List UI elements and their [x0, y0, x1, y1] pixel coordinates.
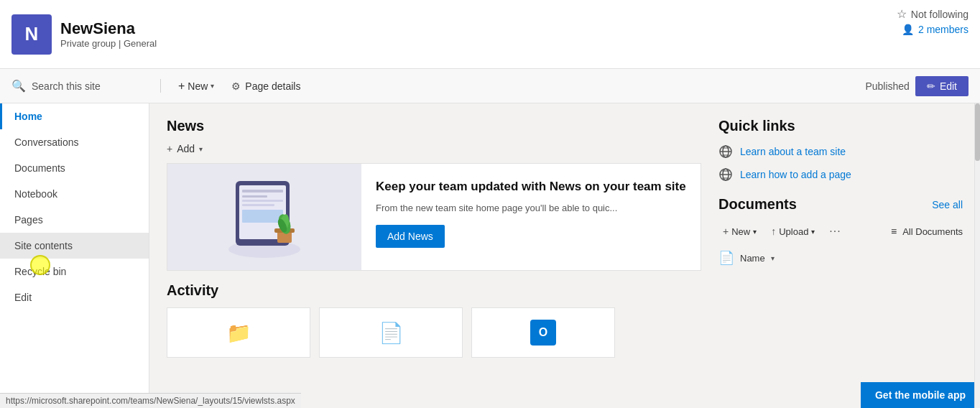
docs-header: Documents See all	[718, 196, 963, 213]
add-news-button[interactable]: Add News	[376, 225, 445, 248]
main-layout: Home Conversations Documents Notebook Pa…	[0, 103, 980, 408]
sidebar-home-label: Home	[14, 111, 42, 122]
documents-section: Documents See all + New ▾ ↑ Upload ▾	[718, 196, 963, 269]
docs-name-row: 📄 Name ▾	[718, 247, 963, 269]
docs-upload-button[interactable]: ↑ Upload ▾	[767, 223, 819, 239]
quick-link-label-2: Learn how to add a page	[740, 169, 851, 180]
activity-cards: 📁 📄 Ο	[167, 307, 701, 358]
new-button[interactable]: + New ▾	[172, 77, 220, 96]
svg-rect-3	[242, 190, 283, 193]
quick-link-item-1[interactable]: Learn about a team site	[718, 144, 963, 159]
top-right: ☆ Not following 👤 2 members	[897, 7, 969, 35]
docs-name-label: Name	[740, 253, 765, 264]
search-area[interactable]: 🔍 Search this site	[11, 79, 161, 93]
content-side: Quick links Learn about a team site	[718, 118, 963, 394]
new-label: New	[188, 80, 208, 92]
news-text: Keep your team updated with News on your…	[361, 164, 701, 270]
quick-links-section: Quick links Learn about a team site	[718, 118, 963, 182]
documents-title: Documents	[718, 196, 797, 213]
not-following-label: Not following	[911, 9, 969, 20]
not-following-button[interactable]: ☆ Not following	[897, 7, 969, 21]
file-icon: 📄	[718, 250, 734, 266]
docs-new-chevron: ▾	[753, 228, 757, 236]
all-docs-label: All Documents	[902, 226, 963, 237]
members-count-label: 2 members	[918, 24, 969, 35]
toolbar-right: Published ✏ Edit	[865, 76, 969, 96]
sidebar-pages-label: Pages	[14, 214, 43, 226]
sidebar-item-pages[interactable]: Pages	[0, 207, 149, 233]
docs-new-button[interactable]: + New ▾	[718, 223, 761, 239]
svg-rect-7	[242, 210, 283, 223]
outlook-icon: Ο	[530, 320, 556, 346]
sidebar: Home Conversations Documents Notebook Pa…	[0, 103, 149, 408]
scrollbar-thumb[interactable]	[975, 103, 980, 161]
svg-rect-4	[242, 195, 267, 198]
folder-icon: 📁	[226, 321, 251, 345]
news-image	[167, 164, 361, 270]
sidebar-item-recycle-bin[interactable]: Recycle bin	[0, 259, 149, 284]
sidebar-item-home[interactable]: Home	[0, 103, 149, 129]
members-link[interactable]: 👤 2 members	[902, 24, 969, 35]
news-section: News + Add ▾	[167, 118, 701, 271]
docs-more-button[interactable]: ···	[825, 221, 845, 241]
sidebar-item-documents[interactable]: Documents	[0, 155, 149, 181]
activity-card-3: Ο	[471, 307, 615, 358]
docs-upload-chevron: ▾	[811, 228, 815, 236]
sidebar-item-conversations[interactable]: Conversations	[0, 129, 149, 155]
person-icon: 👤	[902, 24, 914, 35]
add-news-row[interactable]: + Add ▾	[167, 143, 701, 154]
news-title: News	[167, 118, 701, 134]
published-label: Published	[865, 80, 910, 92]
new-chevron-icon: ▾	[211, 82, 214, 90]
docs-more-icon: ···	[829, 225, 841, 238]
svg-rect-6	[242, 204, 274, 206]
pencil-icon: ✏	[927, 80, 935, 92]
tablet-illustration	[214, 167, 315, 267]
activity-card-2: 📄	[319, 307, 463, 358]
add-news-button-label: Add News	[387, 231, 433, 242]
docs-toolbar: + New ▾ ↑ Upload ▾ ··· ≡ All Documents	[718, 221, 963, 241]
right-scrollbar[interactable]	[974, 103, 980, 408]
sidebar-item-site-contents[interactable]: Site contents	[0, 233, 149, 259]
site-info: NewSiena Private group | General	[60, 19, 157, 49]
globe-icon-1	[718, 144, 733, 159]
new-plus-icon: +	[178, 80, 185, 93]
globe-icon-2	[718, 167, 733, 182]
upload-icon: ↑	[771, 226, 776, 237]
quick-link-label-1: Learn about a team site	[740, 146, 846, 157]
name-sort-chevron[interactable]: ▾	[771, 254, 775, 262]
see-all-link[interactable]: See all	[932, 199, 963, 210]
edit-button[interactable]: ✏ Edit	[915, 76, 969, 96]
mobile-app-button[interactable]: Get the mobile app	[861, 382, 980, 408]
news-heading: Keep your team updated with News on your…	[376, 178, 686, 195]
sidebar-documents-label: Documents	[14, 162, 65, 174]
activity-section: Activity 📁 📄 Ο	[167, 282, 701, 358]
all-documents-button[interactable]: ≡ All Documents	[891, 226, 963, 237]
page-details-label: Page details	[245, 80, 300, 92]
add-plus-icon: +	[167, 143, 172, 154]
sidebar-notebook-label: Notebook	[14, 188, 57, 200]
news-card: Keep your team updated with News on your…	[167, 163, 701, 271]
site-icon: N	[11, 14, 52, 55]
sidebar-item-notebook[interactable]: Notebook	[0, 181, 149, 207]
content-main: News + Add ▾	[167, 118, 701, 394]
page-details-button[interactable]: ⚙ Page details	[226, 78, 306, 95]
quick-link-item-2[interactable]: Learn how to add a page	[718, 167, 963, 182]
site-subtitle: Private group | General	[60, 38, 157, 49]
gear-icon: ⚙	[231, 80, 241, 92]
sidebar-item-edit[interactable]: Edit	[0, 284, 149, 310]
status-bar: https://microsoft.sharepoint.com/teams/N…	[0, 393, 301, 408]
folder-icon-2: 📄	[379, 321, 404, 345]
list-icon: ≡	[891, 226, 897, 237]
news-description: From the new team site home page you'll …	[376, 203, 686, 213]
sidebar-recycle-bin-label: Recycle bin	[14, 266, 66, 277]
activity-card-1: 📁	[167, 307, 310, 358]
toolbar: 🔍 Search this site + New ▾ ⚙ Page detail…	[0, 69, 980, 103]
add-label: Add	[177, 143, 195, 154]
svg-rect-5	[242, 200, 283, 202]
sidebar-site-contents-label: Site contents	[14, 240, 73, 251]
sidebar-conversations-label: Conversations	[14, 136, 79, 148]
search-input[interactable]: Search this site	[32, 80, 101, 92]
docs-new-label: New	[731, 226, 750, 237]
activity-title: Activity	[167, 282, 701, 299]
